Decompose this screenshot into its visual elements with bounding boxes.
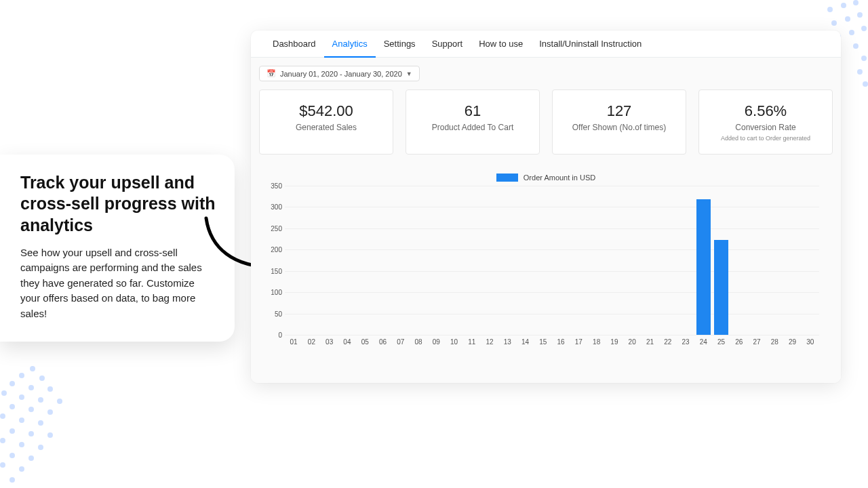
tab-dashboard[interactable]: Dashboard bbox=[264, 30, 324, 57]
tab-how-to-use[interactable]: How to use bbox=[471, 30, 531, 57]
x-tick: 08 bbox=[410, 338, 427, 346]
stat-card-1: 61Product Added To Cart bbox=[406, 89, 540, 155]
x-tick: 21 bbox=[641, 338, 658, 346]
x-tick: 20 bbox=[623, 338, 641, 346]
tab-install-uninstall-instruction[interactable]: Install/Uninstall Instruction bbox=[531, 30, 650, 57]
promo-heading: Track your upsell and cross-sell progres… bbox=[20, 172, 217, 236]
chart-legend: Order Amount in USD bbox=[266, 174, 826, 182]
tab-support[interactable]: Support bbox=[424, 30, 471, 57]
stat-label: Generated Sales bbox=[265, 123, 387, 132]
x-tick: 30 bbox=[802, 338, 819, 346]
stat-cards: $542.00Generated Sales61Product Added To… bbox=[259, 89, 833, 155]
nav-tabs: DashboardAnalyticsSettingsSupportHow to … bbox=[251, 30, 841, 58]
x-tick: 28 bbox=[766, 338, 783, 346]
calendar-icon: 📅 bbox=[267, 69, 276, 78]
x-tick: 07 bbox=[392, 338, 410, 346]
y-tick: 200 bbox=[271, 246, 282, 253]
x-tick: 05 bbox=[356, 338, 374, 346]
date-range-picker[interactable]: 📅 January 01, 2020 - January 30, 2020 ▼ bbox=[259, 66, 420, 81]
y-tick: 300 bbox=[271, 203, 282, 211]
x-tick: 19 bbox=[606, 338, 623, 346]
x-tick: 17 bbox=[570, 338, 587, 346]
x-tick: 18 bbox=[588, 338, 606, 346]
y-tick: 150 bbox=[271, 267, 282, 274]
x-tick: 09 bbox=[427, 338, 445, 346]
y-tick: 350 bbox=[271, 182, 282, 190]
x-tick: 27 bbox=[748, 338, 766, 346]
x-tick: 24 bbox=[694, 338, 712, 346]
x-tick: 25 bbox=[712, 338, 730, 346]
x-tick: 01 bbox=[285, 338, 302, 346]
tab-settings[interactable]: Settings bbox=[376, 30, 424, 57]
x-tick: 15 bbox=[534, 338, 552, 346]
date-range-text: January 01, 2020 - January 30, 2020 bbox=[280, 70, 402, 78]
stat-label: Product Added To Cart bbox=[412, 123, 534, 132]
stat-value: 127 bbox=[558, 102, 680, 120]
panel-body: 📅 January 01, 2020 - January 30, 2020 ▼ … bbox=[251, 58, 841, 383]
chart-bar bbox=[714, 240, 728, 335]
x-tick: 11 bbox=[463, 338, 481, 346]
promo-card: Track your upsell and cross-sell progres… bbox=[0, 155, 235, 342]
order-amount-chart: 050100150200250300350 010203040506070809… bbox=[285, 186, 819, 343]
analytics-panel: DashboardAnalyticsSettingsSupportHow to … bbox=[251, 30, 841, 383]
chart-x-ticks: 0102030405060708091011121314151617181920… bbox=[285, 338, 819, 346]
decorative-dots-bl bbox=[0, 366, 81, 488]
tab-analytics[interactable]: Analytics bbox=[324, 31, 376, 58]
x-tick: 23 bbox=[677, 338, 694, 346]
chart-bars bbox=[285, 186, 819, 335]
x-tick: 06 bbox=[374, 338, 391, 346]
x-tick: 04 bbox=[338, 338, 356, 346]
stat-value: $542.00 bbox=[265, 102, 387, 120]
x-tick: 03 bbox=[321, 338, 338, 346]
x-tick: 12 bbox=[481, 338, 498, 346]
x-tick: 10 bbox=[445, 338, 462, 346]
stat-card-0: $542.00Generated Sales bbox=[259, 89, 393, 155]
y-tick: 0 bbox=[278, 331, 282, 339]
stat-card-2: 127Offer Shown (No.of times) bbox=[552, 89, 686, 155]
y-tick: 250 bbox=[271, 224, 282, 232]
stat-sublabel: Added to cart to Order generated bbox=[705, 135, 827, 142]
stat-label: Conversion Rate bbox=[705, 123, 827, 132]
legend-label: Order Amount in USD bbox=[524, 174, 595, 182]
x-tick: 29 bbox=[783, 338, 801, 346]
stat-value: 61 bbox=[412, 102, 534, 120]
stat-card-3: 6.56%Conversion RateAdded to cart to Ord… bbox=[698, 89, 833, 155]
y-tick: 100 bbox=[271, 289, 282, 296]
x-tick: 26 bbox=[730, 338, 748, 346]
x-tick: 16 bbox=[552, 338, 570, 346]
x-tick: 22 bbox=[659, 338, 677, 346]
chevron-down-icon: ▼ bbox=[406, 70, 412, 77]
chart-area: Order Amount in USD 05010015020025030035… bbox=[259, 174, 833, 343]
x-tick: 02 bbox=[302, 338, 320, 346]
chart-y-ticks: 050100150200250300350 bbox=[266, 186, 283, 335]
stat-value: 6.56% bbox=[705, 102, 827, 120]
x-tick: 13 bbox=[498, 338, 516, 346]
x-tick: 14 bbox=[516, 338, 534, 346]
promo-body: See how your upsell and cross-sell campa… bbox=[20, 245, 217, 322]
stat-label: Offer Shown (No.of times) bbox=[558, 123, 680, 132]
legend-swatch bbox=[496, 174, 518, 182]
chart-bar bbox=[696, 199, 711, 335]
y-tick: 50 bbox=[275, 310, 282, 317]
